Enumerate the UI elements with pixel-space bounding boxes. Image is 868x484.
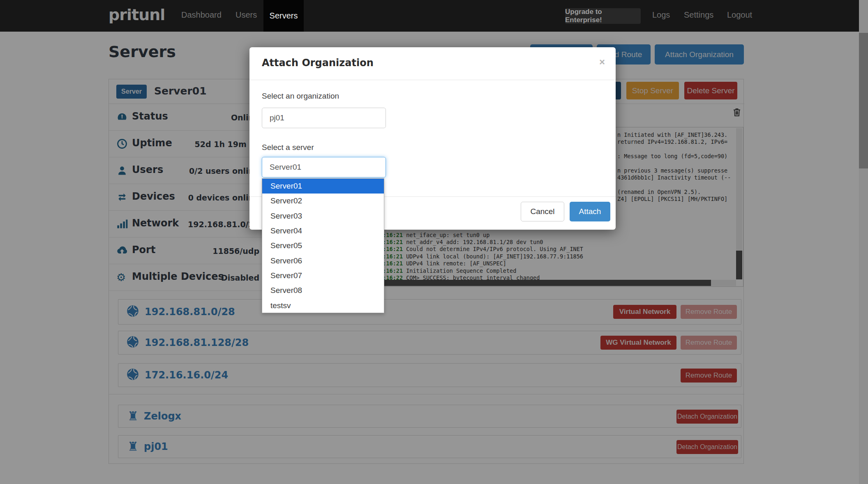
organization-select-label: Select an organization — [262, 92, 339, 101]
organization-select-value: pj01 — [270, 113, 284, 122]
organization-select[interactable]: pj01 — [262, 108, 386, 128]
dropdown-option[interactable]: Server08 — [262, 283, 384, 298]
attach-button[interactable]: Attach — [570, 202, 610, 221]
dropdown-option[interactable]: Server01 — [262, 179, 384, 194]
nav-item-servers[interactable]: Servers — [263, 0, 304, 32]
dropdown-option[interactable]: testsv — [262, 298, 384, 313]
nav-item-dashboard[interactable]: Dashboard — [181, 10, 222, 20]
nav-item-users[interactable]: Users — [235, 10, 257, 20]
close-icon[interactable]: × — [599, 56, 605, 68]
modal-title: Attach Organization — [262, 57, 374, 69]
nav-item-logs[interactable]: Logs — [652, 10, 670, 20]
modal-header: Attach Organization × — [249, 47, 616, 80]
dropdown-option[interactable]: Server03 — [262, 209, 384, 224]
dropdown-option[interactable]: Server06 — [262, 253, 384, 268]
nav-item-settings[interactable]: Settings — [684, 10, 713, 20]
server-select[interactable]: Server01 — [262, 157, 386, 177]
upgrade-enterprise-button[interactable]: Upgrade to Enterprise! — [565, 8, 641, 24]
cancel-button[interactable]: Cancel — [521, 202, 564, 221]
dropdown-option[interactable]: Server05 — [262, 238, 384, 253]
dropdown-option[interactable]: Server04 — [262, 224, 384, 238]
server-select-dropdown: Server01 Server02 Server03 Server04 Serv… — [262, 178, 384, 313]
dropdown-option[interactable]: Server07 — [262, 268, 384, 283]
server-select-value: Server01 — [270, 163, 301, 172]
nav-item-logout[interactable]: Logout — [727, 10, 752, 20]
dropdown-option[interactable]: Server02 — [262, 194, 384, 208]
pritunl-app: Servers Add Route Attach Organization Se… — [0, 0, 868, 484]
top-navbar: pritunl Dashboard Users Servers Upgrade … — [0, 0, 859, 32]
server-select-label: Select a server — [262, 143, 314, 152]
pritunl-logo: pritunl — [108, 6, 165, 24]
